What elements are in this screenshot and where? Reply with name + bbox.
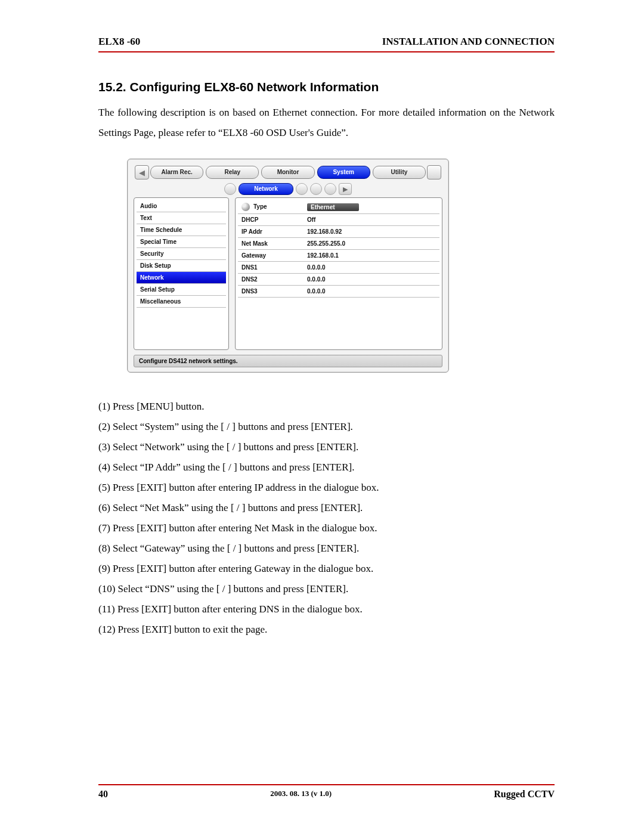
setting-value: 0.0.0.0 [307,288,326,295]
subtab-dot [224,183,236,195]
tab-relay[interactable]: Relay [206,166,259,179]
instruction-step: (5) Press [EXIT] button after entering I… [98,478,555,498]
setting-row-dns3[interactable]: DNS30.0.0.0 [238,286,439,298]
setting-key: DHCP [242,216,307,223]
header-rule [98,51,555,52]
menu-item-serial-setup[interactable]: Serial Setup [137,284,226,296]
menu-item-special-time[interactable]: Special Time [137,236,226,248]
instruction-list: (1) Press [MENU] button.(2) Select “Syst… [98,397,555,640]
header-right: INSTALLATION AND CONNECTION [382,36,555,48]
subtab-dot [310,183,322,195]
tab-left-arrow-icon[interactable]: ◀ [135,165,149,179]
menu-item-text[interactable]: Text [137,212,226,224]
setting-value: 192.168.0.92 [307,228,342,235]
setting-key: DNS1 [242,264,307,271]
setting-value: Off [307,216,315,223]
setting-row-ip-addr[interactable]: IP Addr192.168.0.92 [238,226,439,238]
instruction-step: (3) Select “Network” using the [ / ] but… [98,437,555,457]
instruction-step: (11) Press [EXIT] button after entering … [98,599,555,620]
menu-item-miscellaneous[interactable]: Miscellaneous [137,296,226,308]
setting-key: Net Mask [242,240,307,247]
header-left: ELX8 -60 [98,36,140,48]
setting-value: 0.0.0.0 [307,264,326,271]
setting-row-dhcp[interactable]: DHCPOff [238,214,439,226]
instruction-step: (2) Select “System” using the [ / ] butt… [98,417,555,437]
setting-row-gateway[interactable]: Gateway192.168.0.1 [238,250,439,262]
setting-key: IP Addr [242,228,307,235]
section-title: 15.2. Configuring ELX8-60 Network Inform… [98,80,555,94]
setting-value: 0.0.0.0 [307,276,326,283]
subtab-right-arrow-icon[interactable]: ▶ [339,183,352,195]
instruction-step: (1) Press [MENU] button. [98,397,555,417]
osd-status-bar: Configure DS412 network settings. [134,355,442,367]
instruction-step: (12) Press [EXIT] button to exit the pag… [98,620,555,640]
section-intro: The following description is on based on… [98,103,555,143]
tab-system[interactable]: System [317,166,370,179]
instruction-step: (9) Press [EXIT] button after entering G… [98,559,555,579]
menu-item-time-schedule[interactable]: Time Schedule [137,224,226,236]
instruction-step: (10) Select “DNS” using the [ / ] button… [98,579,555,599]
setting-row-dns2[interactable]: DNS20.0.0.0 [238,274,439,286]
tab-alarm-rec-[interactable]: Alarm Rec. [150,166,203,179]
setting-row-type[interactable]: TypeEthernet [238,200,439,214]
setting-key: Type [242,203,307,211]
menu-item-security[interactable]: Security [137,248,226,260]
instruction-step: (7) Press [EXIT] button after entering N… [98,518,555,538]
setting-row-dns1[interactable]: DNS10.0.0.0 [238,262,439,274]
instruction-step: (4) Select “IP Addr” using the [ / ] but… [98,457,555,478]
setting-value: Ethernet [307,203,359,211]
setting-value: 255.255.255.0 [307,240,345,247]
instruction-step: (8) Select “Gateway” using the [ / ] but… [98,538,555,559]
osd-left-menu: AudioTextTime ScheduleSpecial TimeSecuri… [134,197,229,350]
setting-key: DNS2 [242,276,307,283]
setting-value: 192.168.0.1 [307,252,339,259]
footer-right: Rugged CCTV [494,789,555,800]
setting-key: Gateway [242,252,307,259]
osd-screenshot: ◀ Alarm Rec.RelayMonitorSystemUtility Ne… [127,159,449,373]
subtab-dot [324,183,336,195]
menu-item-disk-setup[interactable]: Disk Setup [137,260,226,272]
footer-center: 2003. 08. 13 (v 1.0) [270,789,332,800]
menu-item-audio[interactable]: Audio [137,200,226,212]
subtab-network[interactable]: Network [239,183,293,195]
tab-utility[interactable]: Utility [373,166,426,179]
indicator-icon [242,203,250,211]
subtab-dot [296,183,308,195]
setting-row-net-mask[interactable]: Net Mask255.255.255.0 [238,238,439,250]
tab-monitor[interactable]: Monitor [261,166,314,179]
menu-item-network[interactable]: Network [137,272,226,284]
setting-key: DNS3 [242,288,307,295]
footer-page-number: 40 [98,789,108,800]
tab-right-arrow-icon[interactable] [427,165,441,179]
osd-settings-panel: TypeEthernetDHCPOffIP Addr192.168.0.92Ne… [235,197,442,350]
instruction-step: (6) Select “Net Mask” using the [ / ] bu… [98,498,555,518]
